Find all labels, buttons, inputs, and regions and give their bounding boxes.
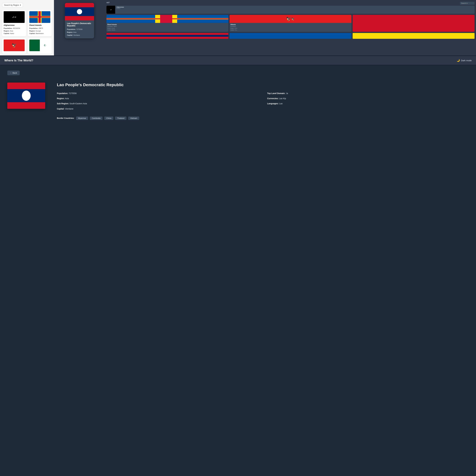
country-card-albania-light[interactable]: [2, 38, 26, 54]
partial-aland-name: Åland Islands: [107, 24, 227, 25]
moon-icon: 🌙: [457, 59, 460, 62]
partial-bottom-flag-3: [353, 33, 475, 39]
dark-partial-panel: rld? الله Afghanistan 218234: [105, 0, 476, 55]
partial-card-albania-dark[interactable]: 🦅 Albania Population: Region: EuroCapita…: [230, 15, 352, 32]
chevron-down-icon: ▾: [20, 4, 21, 6]
partial-info-albania: Albania Population: Region: EuroCapital:…: [230, 23, 352, 32]
search-region-label: Search by Region: [4, 4, 19, 6]
afghanistan-name: Afghanistan: [4, 24, 25, 26]
border-countries-row: Border Countries: Myanmar Cambodia China…: [57, 117, 469, 120]
country-card-aland[interactable]: Åland Islands Population: 28875 Region: …: [28, 10, 52, 36]
popup-info: Lao People's Democratic Republic Populat…: [65, 20, 94, 38]
border-tag-cambodia[interactable]: Cambodia: [90, 117, 102, 120]
top-composite: Search by Region ▾ Afghanistan Populatio…: [0, 0, 476, 55]
capital-value: Vientiane: [65, 108, 73, 110]
detail-country-name: Lao People's Democratic Republic: [57, 83, 469, 87]
popup-flag-lao: [65, 3, 94, 20]
large-flag-stripe-mid: [7, 89, 45, 102]
aland-details: Population: 28875 Region: Europe Capital…: [29, 27, 50, 35]
lao-flag-circle: [77, 9, 82, 14]
border-tag-myanmar[interactable]: Myanmar: [76, 117, 88, 120]
large-flag-circle: [22, 91, 31, 101]
currencies-label: Currencies:: [267, 97, 279, 100]
flag-albania: [4, 39, 25, 51]
large-flag-lao: [7, 83, 45, 109]
region-label: Region:: [57, 97, 65, 100]
partial-card-extra[interactable]: [353, 15, 475, 32]
info-languages: Languages: Lao: [267, 102, 469, 105]
back-label: ← Back: [10, 72, 17, 74]
top-domain-value: .la: [286, 92, 288, 95]
partial-aland-detail: Population: 28875Region: EuropCapital: M…: [107, 26, 227, 31]
partial-flag-albania-dark: 🦅: [230, 15, 352, 23]
country-info-section: Lao People's Democratic Republic Populat…: [57, 83, 469, 120]
languages-value: Lao: [279, 102, 283, 105]
dark-popup-panel: Lao People's Democratic Republic Populat…: [54, 0, 105, 55]
partial-albania-detail: Population: Region: EuroCapital: Tira...: [230, 26, 351, 31]
partial-bottom-flag-2: [230, 33, 352, 39]
country-detail-layout: Lao People's Democratic Republic Populat…: [7, 83, 469, 120]
dark-mode-label: Dark mode: [461, 59, 472, 62]
lao-flag-stripe-top: [65, 3, 94, 7]
flag-algeria: [29, 39, 50, 51]
border-tag-vietnam[interactable]: Vietnam: [128, 117, 139, 120]
subregion-value: South-Eastern Asia: [69, 102, 87, 105]
afghanistan-details: Population: 40218234 Region: Asia Capita…: [4, 27, 25, 35]
lao-flag-stripe-bot: [65, 16, 94, 20]
partial-search-input[interactable]: [460, 2, 475, 5]
info-top-domain: Top Lavel Domain: .la: [267, 92, 469, 95]
partial-card-grid: Åland Islands Population: 28875Region: E…: [106, 15, 475, 32]
border-tag-thailand[interactable]: Thailand: [115, 117, 126, 120]
bottom-partial-flags: [106, 33, 475, 39]
dark-detail-page: Where Is The World? 🌙 Dark mode ← Back L…: [0, 56, 476, 126]
capital-label: Capital:: [57, 108, 64, 110]
partial-info-aland: Åland Islands Population: 28875Region: E…: [106, 23, 228, 32]
country-card-algeria-light[interactable]: [28, 38, 52, 54]
partial-header-text: rld?: [106, 1, 110, 4]
navbar: Where Is The World? 🌙 Dark mode: [0, 56, 476, 65]
info-currencies: Currencies: Lao Kip: [267, 97, 469, 100]
population-value: 7275556: [69, 92, 77, 95]
back-button[interactable]: ← Back: [7, 70, 20, 75]
detail-content: ← Back Lao People's Democratic Republic …: [0, 65, 476, 126]
dark-mode-toggle[interactable]: 🌙 Dark mode: [457, 59, 472, 62]
popup-card-lao[interactable]: Lao People's Democratic Republic Populat…: [65, 3, 94, 38]
flag-afghanistan: [4, 11, 25, 23]
border-tag-china[interactable]: China: [104, 117, 113, 120]
app-title: Where Is The World?: [4, 59, 34, 62]
flag-aland: [29, 11, 50, 23]
popup-details: Population: 7275556 Region: Asia Capital…: [67, 28, 92, 37]
top-domain-label: Top Lavel Domain:: [267, 92, 285, 95]
large-flag-stripe-top: [7, 83, 45, 89]
aland-name: Åland Islands: [29, 24, 50, 26]
languages-label: Languages:: [267, 102, 279, 105]
currencies-value: Lao Kip: [279, 97, 286, 100]
search-region-button[interactable]: Search by Region ▾: [2, 3, 23, 7]
lao-flag-stripe-mid: [65, 7, 94, 16]
partial-albania-name: Albania: [230, 24, 351, 25]
info-population: Population: 7275556: [57, 92, 258, 95]
partial-flag-aland: [106, 15, 228, 23]
info-subregion: Sub Region: South-Eastern Asia: [57, 102, 258, 105]
region-value: Asia: [65, 97, 69, 100]
subregion-label: Sub Region:: [57, 102, 69, 105]
country-card-afghanistan[interactable]: Afghanistan Population: 40218234 Region:…: [2, 10, 26, 36]
partial-bottom-flag-1: [106, 33, 228, 39]
large-flag-stripe-bot: [7, 102, 45, 109]
popup-country-name: Lao People's Democratic Republic: [67, 22, 92, 27]
partial-card-aland-dark[interactable]: Åland Islands Population: 28875Region: E…: [106, 15, 228, 32]
border-countries-label: Border Countries:: [57, 117, 74, 119]
light-mode-panel: Search by Region ▾ Afghanistan Populatio…: [0, 0, 54, 55]
info-capital: Capital: Vientiane: [57, 107, 258, 111]
info-grid: Population: 7275556 Top Lavel Domain: .l…: [57, 92, 469, 111]
country-grid-light: Afghanistan Population: 40218234 Region:…: [2, 10, 52, 54]
info-region: Region: Asia: [57, 97, 258, 100]
population-label: Population:: [57, 92, 68, 95]
